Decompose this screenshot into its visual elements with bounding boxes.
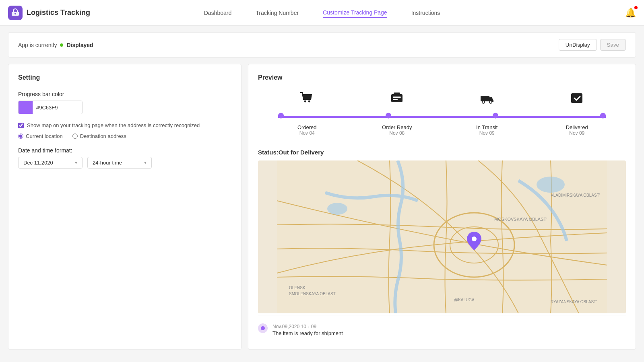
color-text-input[interactable] xyxy=(33,103,73,112)
color-input-wrapper[interactable] xyxy=(18,101,83,114)
time-select[interactable]: 24-hour time 12-hour time xyxy=(88,157,151,168)
delivery-status: Status:Out for Delivery xyxy=(258,149,626,156)
dot-1 xyxy=(278,113,284,119)
svg-rect-11 xyxy=(571,93,582,103)
svg-point-3 xyxy=(308,101,310,103)
datetime-selects: Dec 11,2020 Dec 10,2020 Nov 09,2020 ▼ 24… xyxy=(18,157,231,169)
status-value: Displayed xyxy=(66,42,93,48)
svg-text:VLADIMIRSKAYA OBLAST': VLADIMIRSKAYA OBLAST' xyxy=(551,193,600,197)
color-group: Progress bar color xyxy=(18,91,231,114)
radio-current-input[interactable] xyxy=(18,134,23,139)
in-transit-label: In Transit xyxy=(476,124,497,130)
step-delivered-icon xyxy=(570,91,584,108)
svg-text:SMOLENSKAYA OBLAST': SMOLENSKAYA OBLAST' xyxy=(289,292,336,296)
ordered-date: Nov 04 xyxy=(299,130,315,136)
notification-bell[interactable]: 🔔 xyxy=(625,8,636,18)
step-order-ready xyxy=(352,91,442,113)
settings-panel: Setting Progress bar color Show map on y… xyxy=(8,64,242,350)
step-delivered xyxy=(532,91,622,113)
logo-icon xyxy=(8,6,23,20)
step-order-ready-icon xyxy=(390,91,404,108)
app-logo: Logistics Tracking xyxy=(8,6,105,20)
svg-rect-5 xyxy=(394,93,400,96)
datetime-group: Date and time format: Dec 11,2020 Dec 10… xyxy=(18,147,231,169)
nav-customize[interactable]: Customize Tracking Page xyxy=(323,8,387,18)
date-select[interactable]: Dec 11,2020 Dec 10,2020 Nov 09,2020 xyxy=(19,157,82,168)
status-actions: UnDisplay Save xyxy=(559,39,626,51)
event-desc: The item is ready for shipment xyxy=(272,330,343,336)
svg-text:@KALUGA: @KALUGA xyxy=(454,298,475,302)
radio-destination-input[interactable] xyxy=(72,134,78,139)
dots-row xyxy=(278,116,606,119)
status-dot xyxy=(60,43,63,47)
step-ordered xyxy=(262,91,352,113)
dot-2 xyxy=(386,113,391,119)
svg-text:MOSKOVSKAYA OBLAST': MOSKOVSKAYA OBLAST' xyxy=(494,217,547,222)
header-right: 🔔 xyxy=(539,8,636,18)
event-log: Nov.09,2020 10：09 The item is ready for … xyxy=(258,315,626,339)
svg-point-24 xyxy=(261,326,265,330)
status-text: App is currently Displayed xyxy=(18,42,93,48)
status-bar: App is currently Displayed UnDisplay Sav… xyxy=(8,32,636,58)
map-checkbox-row: Show map on your tracking page when the … xyxy=(18,122,231,128)
logo-text: Logistics Tracking xyxy=(27,8,90,17)
label-order-ready: Order Ready Nov 08 xyxy=(352,124,442,136)
event-time: Nov.09,2020 10：09 xyxy=(272,323,343,330)
map-checkbox[interactable] xyxy=(18,123,24,128)
tracker-steps-row xyxy=(262,91,622,113)
svg-point-16 xyxy=(327,203,347,215)
progress-line xyxy=(262,113,622,121)
map-checkbox-group: Show map on your tracking page when the … xyxy=(18,122,231,139)
svg-rect-6 xyxy=(393,97,401,98)
label-delivered: Delivered Nov 09 xyxy=(532,124,622,136)
dot-3 xyxy=(493,113,498,119)
dot-4 xyxy=(600,113,606,119)
color-label: Progress bar color xyxy=(18,91,231,97)
svg-point-23 xyxy=(472,237,477,241)
main-nav: Dashboard Tracking Number Customize Trac… xyxy=(105,8,539,18)
svg-rect-8 xyxy=(481,96,489,101)
main-content: Setting Progress bar color Show map on y… xyxy=(8,64,636,350)
svg-point-2 xyxy=(304,101,306,103)
radio-destination: Destination address xyxy=(72,133,126,139)
notification-badge xyxy=(634,6,638,9)
header: Logistics Tracking Dashboard Tracking Nu… xyxy=(0,0,644,26)
event-item: Nov.09,2020 10：09 The item is ready for … xyxy=(258,320,626,339)
preview-panel: Preview xyxy=(248,64,636,350)
map-checkbox-label: Show map on your tracking page when the … xyxy=(27,122,200,128)
svg-point-9 xyxy=(482,101,485,103)
undisplay-button[interactable]: UnDisplay xyxy=(559,39,597,51)
label-ordered: Ordered Nov 04 xyxy=(262,124,352,136)
event-icon xyxy=(258,323,268,333)
date-select-wrapper[interactable]: Dec 11,2020 Dec 10,2020 Nov 09,2020 ▼ xyxy=(18,157,83,169)
svg-point-15 xyxy=(537,177,565,193)
radio-current-label: Current location xyxy=(26,133,63,139)
nav-dashboard[interactable]: Dashboard xyxy=(204,8,232,18)
status-prefix: App is currently xyxy=(18,42,57,48)
ordered-label: Ordered xyxy=(297,124,317,130)
step-ordered-icon xyxy=(300,91,314,108)
step-in-transit xyxy=(442,91,532,113)
step-in-transit-icon xyxy=(480,91,494,108)
delivered-date: Nov 09 xyxy=(569,130,584,136)
svg-point-1 xyxy=(14,13,16,14)
order-ready-label: Order Ready xyxy=(382,124,412,130)
progress-tracker: Ordered Nov 04 Order Ready Nov 08 In Tra… xyxy=(258,91,626,136)
svg-rect-7 xyxy=(393,99,398,100)
preview-title: Preview xyxy=(258,74,626,81)
time-select-wrapper[interactable]: 24-hour time 12-hour time ▼ xyxy=(87,157,152,169)
nav-tracking-number[interactable]: Tracking Number xyxy=(256,8,299,18)
delivered-label: Delivered xyxy=(566,124,588,130)
color-swatch xyxy=(19,101,33,114)
nav-instructions[interactable]: Instructions xyxy=(411,8,440,18)
tracker-labels-row: Ordered Nov 04 Order Ready Nov 08 In Tra… xyxy=(262,124,622,136)
location-radio-row: Current location Destination address xyxy=(18,133,231,139)
radio-current: Current location xyxy=(18,133,63,139)
settings-title: Setting xyxy=(18,74,231,81)
save-button[interactable]: Save xyxy=(600,39,626,51)
map-container: MOSKOVSKAYA OBLAST' VLADIMIRSKAYA OBLAST… xyxy=(258,160,626,313)
label-in-transit: In Transit Nov 09 xyxy=(442,124,532,136)
svg-point-10 xyxy=(489,101,492,103)
map-svg: MOSKOVSKAYA OBLAST' VLADIMIRSKAYA OBLAST… xyxy=(258,160,626,313)
radio-destination-label: Destination address xyxy=(80,133,126,139)
